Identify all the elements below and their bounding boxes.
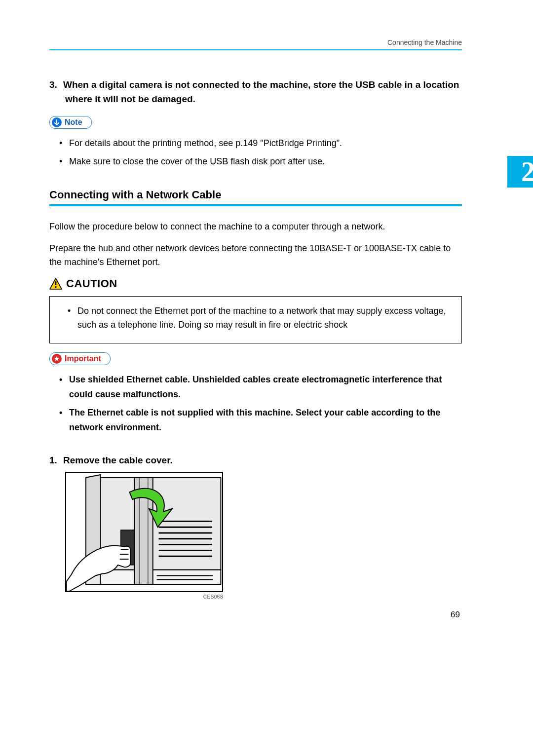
- instruction-illustration: [65, 472, 223, 592]
- running-header: Connecting the Machine: [49, 38, 462, 49]
- step-number: 1.: [49, 455, 63, 466]
- section-heading: Connecting with a Network Cable: [49, 189, 462, 206]
- svg-rect-0: [55, 281, 57, 285]
- important-list: Use shielded Ethernet cable. Unshielded …: [49, 372, 462, 435]
- caution-item: Do not connect the Ethernet port of the …: [77, 304, 454, 332]
- warning-icon: [49, 278, 62, 290]
- figure-caption: CES068: [65, 594, 223, 600]
- svg-rect-1: [55, 286, 57, 288]
- step-number: 3.: [49, 78, 63, 92]
- important-item: The Ethernet cable is not supplied with …: [69, 405, 462, 435]
- note-label: Note: [65, 118, 82, 127]
- caution-box: Do not connect the Ethernet port of the …: [49, 296, 462, 343]
- caution-label: CAUTION: [66, 277, 117, 290]
- figure: CES068: [65, 472, 223, 600]
- step-text: Remove the cable cover.: [63, 455, 173, 465]
- note-item: For details about the printing method, s…: [69, 136, 462, 151]
- step-1: 1.Remove the cable cover.: [49, 455, 462, 466]
- star-icon: [52, 354, 62, 364]
- body-paragraph: Follow the procedure below to connect th…: [49, 220, 462, 234]
- important-item: Use shielded Ethernet cable. Unshielded …: [69, 372, 462, 402]
- caution-heading: CAUTION: [49, 277, 462, 290]
- header-rule: [49, 49, 462, 50]
- step-3: 3.When a digital camera is not connected…: [49, 78, 462, 106]
- step-text: When a digital camera is not connected t…: [63, 79, 459, 104]
- important-label: Important: [65, 354, 101, 363]
- chapter-tab: 2: [507, 156, 533, 188]
- note-pill: Note: [49, 116, 92, 129]
- chapter-number: 2: [521, 158, 533, 186]
- important-pill: Important: [49, 352, 111, 365]
- arrow-down-icon: [52, 117, 62, 127]
- body-paragraph: Prepare the hub and other network device…: [49, 242, 462, 269]
- note-item: Make sure to close the cover of the USB …: [69, 154, 462, 169]
- note-list: For details about the printing method, s…: [49, 136, 462, 169]
- page-number: 69: [451, 610, 460, 620]
